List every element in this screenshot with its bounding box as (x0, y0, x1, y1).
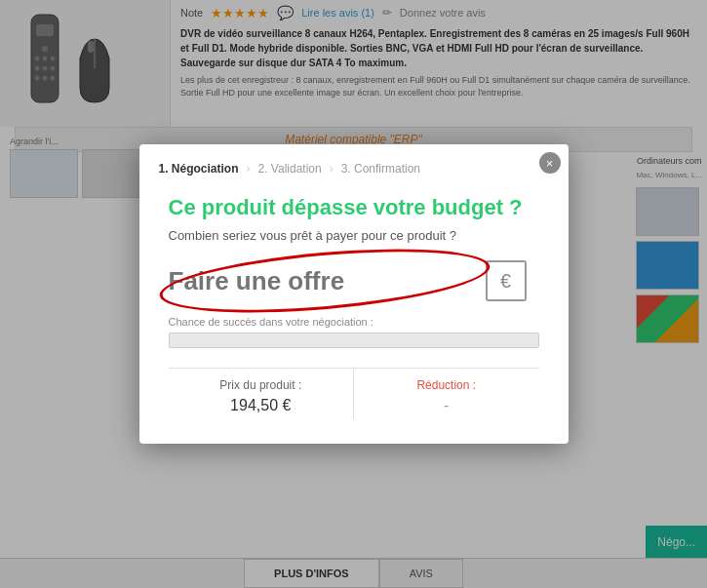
price-reduction-row: Prix du produit : 194,50 € Réduction : - (169, 368, 539, 419)
offer-input[interactable] (169, 261, 481, 301)
step-sep-2: › (330, 162, 334, 176)
reduction-value: - (364, 397, 530, 414)
modal-overlay: × 1. Négociation › 2. Validation › 3. Co… (0, 0, 707, 588)
euro-symbol: € (486, 260, 527, 301)
step-3-label: 3. Confirmation (341, 162, 420, 176)
modal-subtext: Combien seriez vous prêt à payer pour ce… (169, 228, 539, 243)
input-row: € (169, 260, 539, 301)
reduction-label: Réduction : (364, 378, 530, 392)
price-label: Prix du produit : (178, 378, 344, 392)
modal-dialog: × 1. Négociation › 2. Validation › 3. Co… (139, 144, 569, 444)
step-2-label: 2. Validation (258, 162, 322, 176)
price-value: 194,50 € (178, 397, 344, 414)
page-background: Note ★★★★★ 💬 Lire les avis (1) ✏ Donnez … (0, 0, 707, 588)
reduction-column: Réduction : - (354, 369, 539, 419)
modal-headline: Ce produit dépasse votre budget ? (169, 195, 539, 220)
price-column: Prix du produit : 194,50 € (169, 369, 355, 419)
step-sep-1: › (247, 162, 251, 176)
success-label: Chance de succès dans votre négociation … (169, 316, 539, 328)
modal-body: Ce produit dépasse votre budget ? Combie… (139, 185, 569, 444)
modal-steps: 1. Négociation › 2. Validation › 3. Conf… (139, 144, 569, 185)
step-1-label: 1. Négociation (159, 162, 239, 176)
modal-close-button[interactable]: × (539, 152, 561, 174)
progress-bar-background (169, 333, 539, 348)
